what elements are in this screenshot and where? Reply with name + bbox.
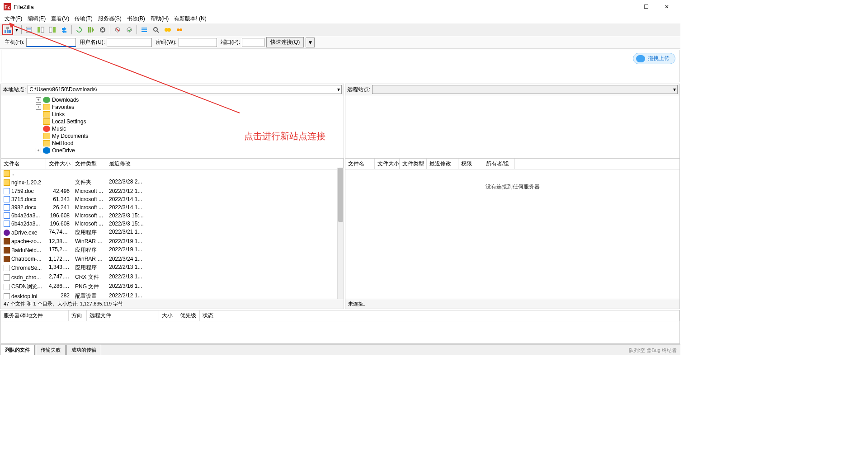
qcol-server[interactable]: 服务器/本地文件 [1, 310, 69, 321]
col-perm[interactable]: 权限 [458, 159, 483, 169]
file-size: 2,747,0... [46, 273, 72, 282]
file-date: 2022/2/13 1... [106, 263, 344, 272]
site-dropdown-button[interactable]: ▾ [14, 24, 19, 35]
scrollbar[interactable] [337, 168, 344, 299]
process-queue-button[interactable] [85, 24, 96, 35]
file-date: 2022/2/19 1... [106, 246, 344, 254]
search-button[interactable] [151, 24, 161, 35]
compare-button[interactable] [162, 24, 173, 35]
menu-server[interactable]: 服务器(S) [95, 14, 124, 23]
list-item[interactable]: ChromeSe...1,343,3...应用程序2022/2/13 1... [1, 263, 344, 272]
remote-tree[interactable] [345, 95, 679, 159]
username-input[interactable] [107, 38, 152, 47]
tree-item[interactable]: Local Settings [1, 118, 344, 125]
list-item[interactable]: 1759.doc42,496Microsoft ...2022/3/12 1..… [1, 187, 344, 195]
toggle-remote-tree-button[interactable] [47, 24, 58, 35]
file-date: 2022/3/3 15:... [106, 212, 344, 219]
tree-item[interactable]: Music [1, 125, 344, 132]
tree-item[interactable]: NetHood [1, 140, 344, 147]
col-name[interactable]: 文件名 [1, 159, 46, 169]
list-item[interactable]: nginx-1.20.2文件夹2022/3/28 2... [1, 178, 344, 187]
list-item[interactable]: aDrive.exe74,747,...应用程序2022/3/21 1... [1, 228, 344, 237]
col-size[interactable]: 文件大小 [46, 159, 72, 169]
cancel-button[interactable] [97, 24, 108, 35]
menu-transfer[interactable]: 传输(T) [72, 14, 95, 23]
file-type: Microsoft ... [72, 204, 106, 211]
maximize-button[interactable]: ☐ [636, 0, 656, 13]
tab-queued[interactable]: 列队的文件 [0, 345, 35, 355]
toggle-queue-button[interactable] [59, 24, 70, 35]
window-controls: ─ ☐ ✕ [616, 0, 677, 13]
col-date[interactable]: 最近修改 [106, 159, 344, 169]
close-button[interactable]: ✕ [656, 0, 677, 13]
reconnect-button[interactable] [124, 24, 135, 35]
list-item[interactable]: BaiduNetd...175,26...应用程序2022/2/19 1... [1, 245, 344, 255]
tree-item[interactable]: +OneDrive [1, 147, 344, 154]
list-item[interactable]: desktop.ini282配置设置2022/2/12 1... [1, 291, 344, 299]
local-file-list[interactable]: 文件名 文件大小 文件类型 最近修改 ..nginx-1.20.2文件夹2022… [1, 159, 344, 299]
qcol-dir[interactable]: 方向 [69, 310, 87, 321]
host-input[interactable] [26, 38, 76, 47]
qcol-status[interactable]: 状态 [200, 310, 679, 321]
qcol-remote[interactable]: 远程文件 [87, 310, 159, 321]
file-date: 2022/3/21 1... [106, 228, 344, 237]
toggle-local-tree-button[interactable] [35, 24, 46, 35]
menu-view[interactable]: 查看(V) [48, 14, 72, 23]
col-owner[interactable]: 所有者/组 [483, 159, 515, 169]
quickconnect-dropdown[interactable]: ▼ [306, 38, 315, 47]
col-name[interactable]: 文件名 [345, 159, 375, 169]
qcol-size[interactable]: 大小 [159, 310, 177, 321]
tree-item[interactable]: +Downloads [1, 96, 344, 103]
refresh-button[interactable] [74, 24, 85, 35]
menu-file[interactable]: 文件(F) [2, 14, 25, 23]
list-item[interactable]: csdn_chro...2,747,0...CRX 文件2022/2/13 1.… [1, 272, 344, 282]
local-tree[interactable]: +Downloads+FavoritesLinksLocal SettingsM… [1, 95, 344, 159]
menu-bookmarks[interactable]: 书签(B) [124, 14, 148, 23]
list-item[interactable]: 3715.docx61,343Microsoft ...2022/3/14 1.… [1, 195, 344, 203]
rar-icon [4, 256, 10, 262]
file-size: 4,286,2... [46, 282, 72, 291]
list-item[interactable]: 3982.docx26,241Microsoft ...2022/3/14 1.… [1, 203, 344, 211]
tree-item[interactable]: Links [1, 111, 344, 118]
file-size: 175,26... [46, 246, 72, 254]
remote-path-combo[interactable]: ▾ [372, 85, 678, 94]
qcol-prio[interactable]: 优先级 [177, 310, 200, 321]
list-item[interactable]: 6b4a2da3...196,608Microsoft ...2022/3/3 … [1, 211, 344, 220]
scrollbar-thumb[interactable] [338, 168, 343, 222]
menu-newversion[interactable]: 有新版本! (N) [171, 14, 209, 23]
list-item[interactable]: Chatroom-...1,172,6...WinRAR ZI...2022/3… [1, 255, 344, 263]
col-type[interactable]: 文件类型 [72, 159, 106, 169]
menu-edit[interactable]: 编辑(E) [25, 14, 48, 23]
toggle-log-button[interactable] [24, 24, 34, 35]
sync-browse-button[interactable] [174, 24, 185, 35]
list-item[interactable]: CSDN浏览...4,286,2...PNG 文件2022/3/16 1... [1, 282, 344, 291]
expand-icon[interactable]: + [36, 97, 41, 103]
expand-icon[interactable]: + [36, 104, 41, 110]
col-type[interactable]: 文件类型 [400, 159, 427, 169]
filter-button[interactable] [139, 24, 150, 35]
menu-help[interactable]: 帮助(H) [148, 14, 172, 23]
expand-icon[interactable]: + [36, 148, 41, 153]
svg-rect-1 [7, 30, 9, 33]
tree-item[interactable]: +Favorites [1, 103, 344, 111]
disconnect-button[interactable] [112, 24, 123, 35]
remote-file-list[interactable]: 文件名 文件大小 文件类型 最近修改 权限 所有者/组 没有连接到任何服务器 [345, 159, 679, 299]
local-path-combo[interactable]: C:\Users\86150\Downloads\▾ [28, 85, 342, 94]
tab-failed[interactable]: 传输失败 [36, 345, 66, 355]
host-label: 主机(H): [5, 38, 24, 46]
tree-item[interactable]: My Documents [1, 132, 344, 140]
svg-line-22 [157, 31, 159, 33]
list-item[interactable]: apache-zo...12,387,...WinRAR a...2022/3/… [1, 237, 344, 245]
list-item[interactable]: .. [1, 169, 344, 178]
list-item[interactable]: 6b4a2da3...196,608Microsoft ...2022/3/3 … [1, 220, 344, 228]
quickconnect-button[interactable]: 快速连接(Q) [266, 37, 304, 47]
site-manager-button[interactable] [2, 24, 13, 35]
col-date[interactable]: 最近修改 [427, 159, 458, 169]
col-size[interactable]: 文件大小 [375, 159, 400, 169]
upload-button[interactable]: 拖拽上传 [633, 53, 675, 64]
tab-success[interactable]: 成功的传输 [66, 345, 101, 355]
file-size: 61,343 [46, 196, 72, 203]
minimize-button[interactable]: ─ [616, 0, 636, 13]
password-input[interactable] [179, 38, 217, 47]
port-input[interactable] [242, 38, 264, 47]
